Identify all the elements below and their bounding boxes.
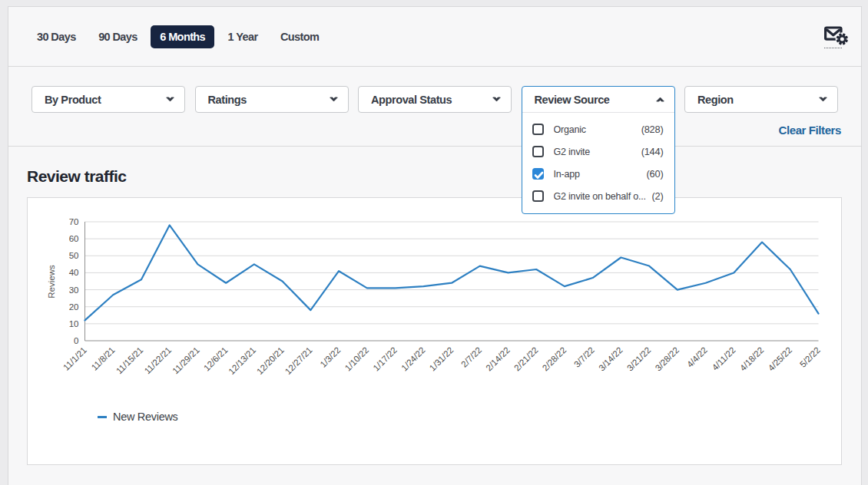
clear-filters-link[interactable]: Clear Filters <box>778 124 841 137</box>
filters-row: By ProductRatingsApproval StatusReview S… <box>8 67 861 147</box>
filter-dropdown-approval-status[interactable]: Approval Status <box>358 86 512 113</box>
svg-text:40: 40 <box>69 268 79 277</box>
chevron-up-icon <box>656 97 664 102</box>
checkbox-checked[interactable] <box>532 168 544 180</box>
filter-dropdown-region[interactable]: Region <box>684 86 838 113</box>
svg-text:4/11/22: 4/11/22 <box>711 345 737 372</box>
svg-text:2/7/22: 2/7/22 <box>459 345 483 369</box>
filter-dropdown-review-source-open: Review SourceOrganic(828)G2 invite(144)I… <box>522 86 675 214</box>
svg-text:4/4/22: 4/4/22 <box>685 345 709 369</box>
option-count: (828) <box>641 124 664 135</box>
time-range-tabs: 30 Days90 Days6 Months1 YearCustom <box>8 7 861 67</box>
tabs-holder: 30 Days90 Days6 Months1 YearCustom <box>37 25 342 48</box>
filter-option[interactable]: Organic(828) <box>522 118 674 140</box>
chevron-down-icon <box>166 97 174 102</box>
filter-label: Region <box>697 94 819 106</box>
svg-text:10: 10 <box>69 319 79 328</box>
checkbox[interactable] <box>532 190 544 202</box>
svg-text:60: 60 <box>69 234 79 243</box>
svg-text:11/1/21: 11/1/21 <box>61 345 88 372</box>
option-label: In-app <box>554 169 647 180</box>
svg-text:11/29/21: 11/29/21 <box>171 345 201 376</box>
svg-text:5/2/22: 5/2/22 <box>798 345 822 369</box>
svg-text:2/28/22: 2/28/22 <box>541 345 568 373</box>
svg-text:0: 0 <box>74 336 78 345</box>
tab-custom[interactable]: Custom <box>280 31 319 43</box>
filter-option[interactable]: G2 invite on behalf o...(2) <box>522 185 674 207</box>
svg-text:4/25/22: 4/25/22 <box>767 345 794 373</box>
svg-text:20: 20 <box>69 302 79 312</box>
dashboard-panel: 30 Days90 Days6 Months1 YearCustom By Pr… <box>8 6 862 485</box>
option-count: (2) <box>651 190 663 202</box>
svg-text:1/10/22: 1/10/22 <box>343 345 371 373</box>
filter-option[interactable]: G2 invite(144) <box>522 140 674 163</box>
option-label: Organic <box>554 124 641 135</box>
svg-text:Reviews: Reviews <box>47 265 56 299</box>
filter-label: Ratings <box>208 94 330 106</box>
svg-text:3/21/22: 3/21/22 <box>625 345 653 373</box>
svg-text:30: 30 <box>69 285 79 295</box>
tab-6-months[interactable]: 6 Months <box>151 25 214 48</box>
filter-label: Review Source <box>535 94 656 106</box>
filter-dropdown-review-source[interactable]: Review Source <box>522 87 674 113</box>
filter-options: Organic(828)G2 invite(144)In-app(60)G2 i… <box>522 113 674 213</box>
checkbox[interactable] <box>532 146 544 157</box>
svg-text:4/18/22: 4/18/22 <box>738 345 766 373</box>
svg-text:50: 50 <box>69 251 79 260</box>
chevron-down-icon <box>330 97 338 102</box>
email-digest-button[interactable] <box>823 25 849 53</box>
option-label: G2 invite on behalf o... <box>554 191 652 202</box>
svg-text:2/21/22: 2/21/22 <box>512 345 540 373</box>
svg-text:1/31/22: 1/31/22 <box>428 345 456 373</box>
filter-dropdown-by-product[interactable]: By Product <box>31 86 185 113</box>
svg-text:11/22/21: 11/22/21 <box>143 345 174 376</box>
svg-text:12/6/21: 12/6/21 <box>202 345 230 373</box>
svg-text:3/28/22: 3/28/22 <box>654 345 681 373</box>
svg-text:70: 70 <box>69 217 79 226</box>
svg-text:11/15/21: 11/15/21 <box>114 345 145 376</box>
svg-text:1/24/22: 1/24/22 <box>399 345 427 373</box>
svg-text:3/7/22: 3/7/22 <box>572 345 596 369</box>
check-icon <box>534 171 544 180</box>
tooltip-underline <box>824 48 842 48</box>
tab-30-days[interactable]: 30 Days <box>37 31 76 43</box>
svg-text:1/17/22: 1/17/22 <box>371 345 399 373</box>
chart-legend[interactable]: New Reviews <box>98 411 178 423</box>
svg-text:2/14/22: 2/14/22 <box>484 345 512 373</box>
tab-1-year[interactable]: 1 Year <box>228 31 258 43</box>
option-label: G2 invite <box>554 147 641 157</box>
review-traffic-chart: 010203040506070Reviews11/1/2111/8/2111/1… <box>27 197 842 465</box>
filter-label: Approval Status <box>371 94 492 106</box>
line-chart: 010203040506070Reviews11/1/2111/8/2111/1… <box>28 198 841 464</box>
tab-90-days[interactable]: 90 Days <box>98 31 137 43</box>
svg-text:12/27/21: 12/27/21 <box>283 345 314 376</box>
option-count: (144) <box>641 146 664 157</box>
filter-dropdown-ratings[interactable]: Ratings <box>195 86 349 113</box>
section-title: Review traffic <box>27 167 127 186</box>
legend-line-swatch <box>98 416 107 418</box>
svg-text:11/8/21: 11/8/21 <box>90 345 117 372</box>
legend-label: New Reviews <box>113 411 178 423</box>
envelope-gear-icon <box>823 25 849 48</box>
svg-text:12/13/21: 12/13/21 <box>227 345 257 376</box>
svg-text:3/14/22: 3/14/22 <box>597 345 624 373</box>
chevron-down-icon <box>819 97 827 102</box>
checkbox[interactable] <box>532 124 544 135</box>
filter-option[interactable]: In-app(60) <box>522 163 674 185</box>
chevron-down-icon <box>492 97 501 102</box>
filter-label: By Product <box>45 94 166 106</box>
svg-text:12/20/21: 12/20/21 <box>255 345 286 376</box>
option-count: (60) <box>647 168 664 180</box>
svg-text:1/3/22: 1/3/22 <box>318 345 342 369</box>
